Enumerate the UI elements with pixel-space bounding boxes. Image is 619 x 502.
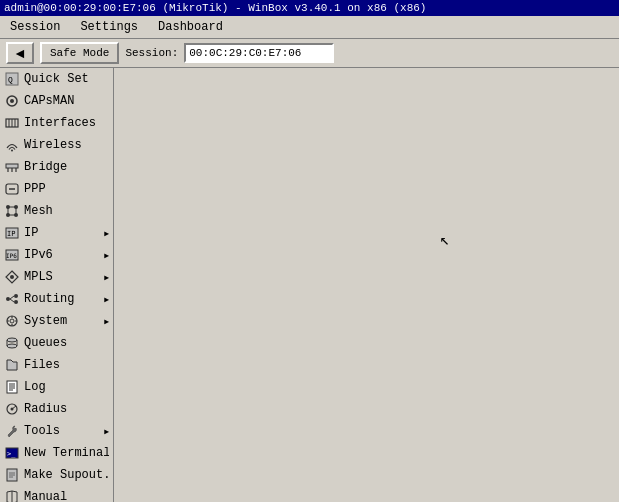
ipv6-icon: IP6	[4, 247, 20, 263]
sidebar-item-ipv6[interactable]: IP6 IPv6 ▶	[0, 244, 113, 266]
title-text: admin@00:00:29:00:E7:06 (MikroTik) - Win…	[4, 2, 426, 14]
sidebar-item-label: Wireless	[24, 138, 109, 152]
svg-text:IP6: IP6	[6, 252, 17, 259]
sidebar-item-label: Log	[24, 380, 109, 394]
svg-line-33	[10, 299, 14, 302]
mpls-arrow: ▶	[104, 273, 109, 282]
sidebar-item-tools[interactable]: Tools ▶	[0, 420, 113, 442]
mpls-icon	[4, 269, 20, 285]
sidebar-item-quick-set[interactable]: Q Quick Set	[0, 68, 113, 90]
sidebar-item-label: Tools	[24, 424, 102, 438]
sidebar-item-label: CAPsMAN	[24, 94, 109, 108]
bridge-icon	[4, 159, 20, 175]
system-arrow: ▶	[104, 317, 109, 326]
tools-icon	[4, 423, 20, 439]
sidebar-item-routing[interactable]: Routing ▶	[0, 288, 113, 310]
svg-point-29	[6, 297, 10, 301]
sidebar-item-ip[interactable]: IP IP ▶	[0, 222, 113, 244]
svg-line-32	[10, 296, 14, 299]
sidebar-item-capsman[interactable]: CAPsMAN	[0, 90, 113, 112]
back-button[interactable]: ◄	[6, 42, 34, 64]
sidebar-item-label: Make Supout.rif	[24, 468, 109, 482]
sidebar-item-log[interactable]: Log	[0, 376, 113, 398]
svg-point-30	[14, 294, 18, 298]
svg-point-43	[7, 344, 17, 348]
system-icon	[4, 313, 20, 329]
log-icon	[4, 379, 20, 395]
sidebar-item-new-terminal[interactable]: >_ New Terminal	[0, 442, 113, 464]
sidebar-item-label: Quick Set	[24, 72, 109, 86]
menu-dashboard[interactable]: Dashboard	[152, 18, 229, 36]
svg-text:IP: IP	[7, 230, 15, 238]
capsman-icon	[4, 93, 20, 109]
sidebar-item-label: Routing	[24, 292, 102, 306]
sidebar-item-wireless[interactable]: Wireless	[0, 134, 113, 156]
radius-icon	[4, 401, 20, 417]
svg-line-51	[12, 406, 16, 409]
sidebar-item-make-supout[interactable]: Make Supout.rif	[0, 464, 113, 486]
svg-text:>_: >_	[7, 450, 16, 458]
content-area: ↖	[114, 68, 619, 502]
menu-session[interactable]: Session	[4, 18, 66, 36]
svg-point-28	[10, 275, 14, 279]
sidebar-item-label: IPv6	[24, 248, 102, 262]
sidebar-item-mesh[interactable]: Mesh	[0, 200, 113, 222]
svg-point-40	[7, 338, 17, 342]
svg-text:Q: Q	[8, 75, 13, 84]
menu-settings[interactable]: Settings	[74, 18, 144, 36]
mesh-icon	[4, 203, 20, 219]
files-icon	[4, 357, 20, 373]
quickset-icon: Q	[4, 71, 20, 87]
manual-icon	[4, 489, 20, 502]
safe-mode-button[interactable]: Safe Mode	[40, 42, 119, 64]
sidebar-item-system[interactable]: System ▶	[0, 310, 113, 332]
ip-icon: IP	[4, 225, 20, 241]
sidebar-item-label: New Terminal	[24, 446, 109, 460]
routing-arrow: ▶	[104, 295, 109, 304]
routing-icon	[4, 291, 20, 307]
title-bar: admin@00:00:29:00:E7:06 (MikroTik) - Win…	[0, 0, 619, 16]
sidebar-item-ppp[interactable]: PPP	[0, 178, 113, 200]
queues-icon	[4, 335, 20, 351]
sidebar-item-interfaces[interactable]: Interfaces	[0, 112, 113, 134]
ipv6-arrow: ▶	[104, 251, 109, 260]
ppp-icon	[4, 181, 20, 197]
sidebar-item-label: Bridge	[24, 160, 109, 174]
wireless-icon	[4, 137, 20, 153]
svg-point-8	[11, 150, 13, 152]
sidebar-item-label: Interfaces	[24, 116, 109, 130]
sidebar-item-queues[interactable]: Queues	[0, 332, 113, 354]
svg-rect-9	[6, 164, 18, 168]
sidebar-item-files[interactable]: Files	[0, 354, 113, 376]
cursor: ↖	[440, 230, 450, 250]
back-icon: ◄	[13, 45, 27, 61]
sidebar-item-label: Radius	[24, 402, 109, 416]
session-label: Session:	[125, 47, 178, 59]
sidebar-item-label: System	[24, 314, 102, 328]
menu-bar: Session Settings Dashboard	[0, 16, 619, 39]
sidebar-item-label: Queues	[24, 336, 109, 350]
sidebar-item-mpls[interactable]: MPLS ▶	[0, 266, 113, 288]
session-input[interactable]	[184, 43, 334, 63]
svg-rect-44	[7, 381, 17, 393]
sidebar-item-bridge[interactable]: Bridge	[0, 156, 113, 178]
svg-point-35	[10, 319, 14, 323]
sidebar-item-label: Mesh	[24, 204, 109, 218]
ip-arrow: ▶	[104, 229, 109, 238]
toolbar: ◄ Safe Mode Session:	[0, 39, 619, 68]
sidebar-item-label: PPP	[24, 182, 109, 196]
interfaces-icon	[4, 115, 20, 131]
tools-arrow: ▶	[104, 427, 109, 436]
svg-point-31	[14, 300, 18, 304]
sidebar-item-label: Files	[24, 358, 109, 372]
sidebar-item-manual[interactable]: Manual	[0, 486, 113, 502]
sidebar: Q Quick Set CAPsMAN	[0, 68, 114, 502]
supout-icon	[4, 467, 20, 483]
main-container: Q Quick Set CAPsMAN	[0, 68, 619, 502]
sidebar-item-label: MPLS	[24, 270, 102, 284]
svg-point-3	[10, 99, 14, 103]
terminal-icon: >_	[4, 445, 20, 461]
sidebar-item-radius[interactable]: Radius	[0, 398, 113, 420]
sidebar-item-label: IP	[24, 226, 102, 240]
sidebar-item-label: Manual	[24, 490, 109, 502]
